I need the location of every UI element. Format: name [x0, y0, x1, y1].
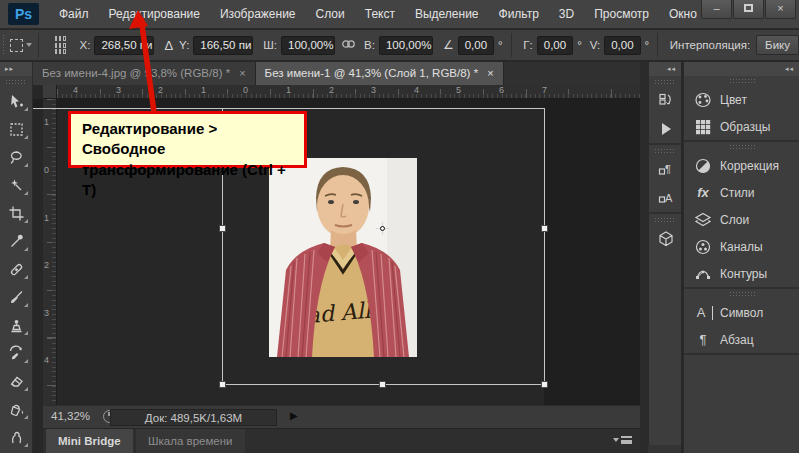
panel-grip[interactable] — [729, 144, 755, 150]
interpolation-select[interactable]: Бику — [756, 35, 799, 55]
menu-view[interactable]: Просмотр — [584, 0, 659, 29]
x-input[interactable]: 268,50 пи — [94, 36, 154, 55]
divider — [657, 33, 658, 57]
menu-file[interactable]: Файл — [49, 0, 99, 29]
tab-mini-bridge[interactable]: Mini Bridge — [46, 429, 133, 453]
panel-footer — [648, 445, 681, 453]
icon-panel-column: ◂◂ ¶ A — [648, 62, 681, 445]
3d-panel-icon[interactable] — [649, 225, 682, 253]
panel-button-paragraph[interactable]: ¶ Абзац — [684, 326, 799, 353]
panel-button-color[interactable]: Цвет — [684, 86, 799, 113]
tab-close-icon[interactable]: × — [487, 67, 493, 79]
canvas-area[interactable]: 4 3 2 1 0 1 2 3 4 5 6 7 1 0 1 2 3 4 5 — [33, 85, 640, 405]
color-panel-icon — [693, 91, 713, 109]
ruler-corner[interactable] — [43, 85, 57, 99]
height-input[interactable]: 100,00% — [379, 36, 433, 55]
panel-grip[interactable] — [654, 148, 676, 154]
clone-stamp-tool[interactable] — [0, 311, 33, 339]
horizontal-ruler[interactable]: 4 3 2 1 0 1 2 3 4 5 6 7 — [57, 85, 640, 99]
transform-handle-left[interactable] — [219, 225, 226, 232]
angle-input[interactable]: 0,00 — [458, 36, 494, 55]
document-tab-bar: Без имени-4.jpg @ 93,8% (RGB/8) *× Без и… — [33, 62, 640, 85]
vskew-input[interactable]: 0,00 — [604, 36, 640, 55]
rectangular-marquee-tool[interactable] — [0, 115, 33, 143]
menu-select[interactable]: Выделение — [405, 0, 489, 29]
maximize-button[interactable] — [733, 0, 764, 19]
panel-button-layers[interactable]: Слои — [684, 206, 799, 233]
tab-timeline[interactable]: Шкала времени — [136, 429, 245, 453]
actions-panel-icon[interactable] — [649, 115, 682, 143]
eyedropper-tool[interactable] — [0, 227, 33, 255]
panel-grip[interactable] — [5, 79, 27, 85]
svg-text:¶: ¶ — [665, 163, 671, 175]
degree-label: ° — [577, 39, 582, 51]
eraser-tool[interactable] — [0, 367, 33, 395]
transform-handle-bottom[interactable] — [379, 381, 386, 388]
menu-layers[interactable]: Слои — [306, 0, 355, 29]
zoom-level-field[interactable]: 41,32% — [51, 410, 90, 422]
ruler-number: 6 — [499, 85, 504, 95]
menu-type[interactable]: Текст — [355, 0, 405, 29]
tab-label: Без имени-1 @ 41,3% (Слой 1, RGB/8) * — [265, 67, 479, 79]
history-brush-tool[interactable] — [0, 339, 33, 367]
panel-grip[interactable] — [729, 78, 755, 84]
status-flyout-icon[interactable]: ▶ — [290, 410, 298, 421]
close-button[interactable]: × — [765, 0, 796, 19]
minimize-button[interactable]: – — [701, 0, 732, 19]
width-input[interactable]: 100,00% — [281, 36, 335, 55]
panel-grip[interactable] — [654, 217, 676, 223]
transform-handle-bottom-left[interactable] — [219, 381, 226, 388]
panel-grip[interactable] — [654, 79, 676, 85]
dock-divider[interactable] — [640, 62, 648, 453]
menu-filter[interactable]: Фильтр — [489, 0, 549, 29]
tab-document-2[interactable]: Без имени-1 @ 41,3% (Слой 1, RGB/8) *× — [256, 62, 504, 85]
move-tool[interactable] — [0, 87, 33, 115]
transform-handle-right[interactable] — [541, 225, 548, 232]
hskew-input[interactable]: 0,00 — [537, 36, 573, 55]
crop-tool[interactable] — [0, 199, 33, 227]
panel-button-paths[interactable]: Контуры — [684, 260, 799, 287]
options-grip[interactable] — [2, 34, 6, 56]
menu-3d[interactable]: 3D — [549, 0, 584, 29]
transform-tool-icon[interactable] — [10, 33, 32, 57]
tab-close-icon[interactable]: × — [239, 67, 245, 79]
healing-brush-tool[interactable] — [0, 255, 33, 283]
callout-line-2: трансформирование (Ctrl + T) — [82, 160, 296, 201]
history-panel-icon[interactable] — [649, 87, 682, 115]
panel-button-channels[interactable]: Каналы — [684, 233, 799, 260]
options-bar: X: 268,50 пи Δ Y: 166,50 пи Ш: 100,00% В… — [0, 30, 799, 61]
tab-document-1[interactable]: Без имени-4.jpg @ 93,8% (RGB/8) *× — [33, 62, 256, 85]
collapse-panels-icon[interactable]: ◂◂ — [649, 62, 681, 76]
smudge-tool[interactable] — [0, 423, 33, 451]
document-size-field[interactable]: Док: 489,5K/1,63M — [110, 409, 277, 426]
quick-selection-tool[interactable] — [0, 171, 33, 199]
delta-icon[interactable]: Δ — [164, 38, 173, 53]
vertical-ruler[interactable]: 1 0 1 2 3 4 5 — [43, 99, 57, 405]
divider — [38, 33, 39, 57]
transform-handle-bottom-right[interactable] — [541, 381, 548, 388]
character-styles-panel-icon[interactable]: A — [649, 184, 682, 212]
transform-center-point[interactable] — [376, 222, 389, 235]
menu-image[interactable]: Изображение — [210, 0, 306, 29]
paint-bucket-tool[interactable] — [0, 395, 33, 423]
collapse-tools-icon[interactable]: ▸▸ — [0, 62, 32, 76]
panel-button-styles[interactable]: fx Стили — [684, 179, 799, 206]
panel-button-character[interactable]: A Символ — [684, 299, 799, 326]
y-input[interactable]: 166,50 пи — [193, 36, 253, 55]
paragraph-styles-panel-icon[interactable]: ¶ — [649, 156, 682, 184]
panel-button-adjustments[interactable]: Коррекция — [684, 152, 799, 179]
ruler-number: 1 — [44, 213, 49, 223]
lasso-tool[interactable] — [0, 143, 33, 171]
transform-right-edge[interactable] — [544, 108, 545, 385]
reference-point-locator[interactable] — [55, 36, 66, 54]
panel-grip[interactable] — [729, 291, 755, 297]
menu-window[interactable]: Окно — [659, 0, 707, 29]
menu-edit[interactable]: Редактирование — [99, 0, 210, 29]
collapse-panels-icon[interactable]: ◂◂ — [684, 62, 799, 76]
panel-menu-icon[interactable] — [613, 436, 632, 444]
ps-logo: Ps — [8, 3, 39, 25]
link-dimensions-icon[interactable] — [341, 39, 356, 51]
brush-tool[interactable] — [0, 283, 33, 311]
divider — [511, 33, 512, 57]
panel-button-swatches[interactable]: Образцы — [684, 113, 799, 140]
